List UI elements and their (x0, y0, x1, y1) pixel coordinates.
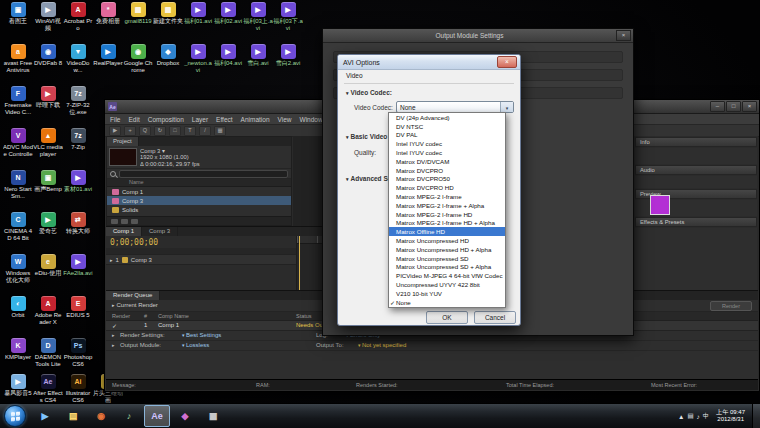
tool-button[interactable]: + (124, 126, 136, 136)
desktop-icon[interactable]: ▤ 新建文件夹 (153, 2, 183, 25)
desktop-icon[interactable]: E EDIUS 5 (63, 296, 93, 319)
twirl-icon[interactable] (112, 302, 115, 308)
menu-item[interactable]: Window (300, 116, 323, 123)
close-button[interactable]: × (616, 30, 631, 41)
output-to-value[interactable]: Not yet specified (358, 342, 406, 348)
desktop-icon[interactable]: C CINEMA 4D 64 Bit (3, 212, 33, 241)
desktop-icon[interactable]: * 免费相册 (93, 2, 123, 25)
twirl-icon[interactable] (112, 342, 115, 348)
tool-button[interactable]: ▦ (214, 126, 226, 136)
desktop-icon[interactable]: ▤ gmail8119 (123, 2, 153, 25)
menu-item[interactable]: View (278, 116, 292, 123)
tool-button[interactable]: / (199, 126, 211, 136)
desktop-icon[interactable]: D DAEMON Tools Lite (33, 338, 63, 367)
taskbar-button[interactable]: ◉ (88, 405, 114, 427)
footer-icon[interactable] (111, 219, 118, 224)
footer-icon[interactable] (131, 219, 138, 224)
current-render[interactable]: Current Render (112, 302, 158, 308)
codec-option[interactable]: DV (24p Advanced) (389, 113, 505, 122)
menu-item[interactable]: Composition (148, 116, 184, 123)
codec-option[interactable]: Matrox DV/DVCAM (389, 157, 505, 166)
desktop-icon[interactable]: ◐ Orbit (3, 296, 33, 319)
project-item-selected[interactable]: Comp 3 (107, 196, 291, 205)
desktop-icon[interactable]: ▶ 福利04.avi (213, 44, 243, 67)
desktop-icon[interactable]: F Freemake Video C... (3, 86, 33, 115)
desktop-icon[interactable]: ▶ WinAVI视频 (33, 2, 63, 31)
desktop-icon[interactable]: ▶ 暴风影音5 (3, 374, 33, 397)
disclosure-icon[interactable] (346, 175, 349, 182)
desktop-icon[interactable]: Ai Illustrator CS6 (63, 374, 93, 403)
taskbar-button[interactable]: ▶ (32, 405, 58, 427)
codec-option[interactable]: ✓ None (389, 298, 505, 307)
desktop-icon[interactable]: ◉ Google Chrome (123, 44, 153, 73)
codec-option[interactable]: V210 10-bit YUV (389, 289, 505, 298)
codec-option[interactable]: Matrox Uncompressed HD + Alpha (389, 245, 505, 254)
desktop-icon[interactable]: ▶ 福利03上.avi (243, 2, 273, 31)
dock-panel-header[interactable]: Audio (635, 165, 757, 175)
render-button[interactable]: Render (710, 301, 752, 311)
project-column-name[interactable]: Name (107, 179, 291, 187)
video-codec-section[interactable]: Video Codec: (346, 89, 392, 96)
taskbar-button[interactable]: ◆ (172, 405, 198, 427)
desktop-icon[interactable]: ▼ VideoDow... (63, 44, 93, 73)
dropdown-arrow-icon[interactable] (500, 102, 513, 112)
desktop-icon[interactable]: ◉ DVDFab 8 (33, 44, 63, 67)
codec-option[interactable]: Matrox MPEG-2 I-frame (389, 192, 505, 201)
tool-button[interactable]: Q (139, 126, 151, 136)
desktop-icon[interactable]: ▶ 福利02.avi (213, 2, 243, 25)
desktop-icon[interactable]: 7z 7-ZIP-32位.exe (63, 86, 93, 115)
desktop-icon[interactable]: N Nero StartSm... (3, 170, 33, 199)
desktop-icon[interactable]: ▶ RealPlayer (93, 44, 123, 67)
project-tab[interactable]: Project (107, 137, 139, 146)
twirl-icon[interactable] (112, 332, 115, 338)
disclosure-icon[interactable] (346, 89, 349, 96)
menu-item[interactable]: Edit (128, 116, 139, 123)
codec-option[interactable]: Intel IYUV codec (389, 148, 505, 157)
codec-option[interactable]: Matrox MPEG-2 I-frame HD + Alpha (389, 219, 505, 228)
desktop-icon[interactable]: A Adobe Reader X (33, 296, 63, 325)
tray-icon[interactable]: ▤ (687, 412, 693, 420)
codec-option[interactable]: Matrox DVCPRO (389, 166, 505, 175)
codec-option[interactable]: Matrox Uncompressed HD (389, 236, 505, 245)
desktop-icon[interactable]: ▶ FAe2lla.avi (63, 254, 93, 277)
taskbar-button[interactable]: ▦ (200, 405, 226, 427)
footer-icon[interactable] (121, 219, 128, 224)
codec-option[interactable]: DV NTSC (389, 122, 505, 131)
close-button[interactable]: × (497, 56, 517, 68)
taskbar-button[interactable]: ▤ (60, 405, 86, 427)
current-timecode[interactable]: 0;00;00;00 (106, 236, 296, 248)
tray-icon[interactable]: ▲ (678, 413, 684, 420)
show-desktop-button[interactable] (752, 404, 760, 428)
tray-icon[interactable]: ♪ (697, 413, 700, 420)
tool-button[interactable]: ▶ (109, 126, 121, 136)
maximize-button[interactable]: □ (726, 101, 741, 112)
render-settings-value[interactable]: Best Settings (182, 332, 221, 338)
desktop-icon[interactable]: 7z 7-Zip (63, 128, 93, 151)
video-tab[interactable]: Video (346, 72, 363, 79)
start-button[interactable] (4, 405, 26, 427)
codec-option[interactable]: DV PAL (389, 131, 505, 140)
current-time-indicator[interactable] (299, 236, 300, 290)
twirl-icon[interactable] (110, 257, 113, 263)
codec-option[interactable]: Uncompressed UYVY 422 8bit (389, 280, 505, 289)
desktop-icon[interactable]: ▣ 看图王 (3, 2, 33, 25)
codec-option[interactable]: Intel IYUV codec (389, 139, 505, 148)
menu-item[interactable]: Layer (192, 116, 208, 123)
codec-option[interactable]: Matrox Offline HD (389, 227, 505, 236)
desktop-icon[interactable]: ▣ 画声Bemp (33, 170, 63, 193)
desktop-icon[interactable]: ▲ VLC media player (33, 128, 63, 157)
dock-panel-header[interactable]: Effects & Presets (635, 217, 757, 227)
ok-button[interactable]: OK (426, 311, 468, 324)
desktop-icon[interactable]: K KMPlayer (3, 338, 33, 361)
desktop-icon[interactable]: ▶ 福利01.avi (183, 2, 213, 25)
render-checkbox[interactable]: ✓ (112, 322, 117, 329)
desktop-icon[interactable]: ▶ 福利03下.avi (273, 2, 303, 31)
dock-panel-header[interactable]: Info (635, 137, 757, 147)
color-swatch[interactable] (650, 195, 670, 215)
desktop-icon[interactable]: Ae After Effects CS4 (33, 374, 63, 403)
taskbar-button[interactable]: Ae (144, 405, 170, 427)
taskbar-button[interactable]: ♪ (116, 405, 142, 427)
desktop-icon[interactable]: Ps Photoshop CS6 (63, 338, 93, 367)
desktop-icon[interactable]: W Windows 优化大师 (3, 254, 33, 283)
timeline-tab-comp3[interactable]: Comp 3 (142, 227, 178, 236)
